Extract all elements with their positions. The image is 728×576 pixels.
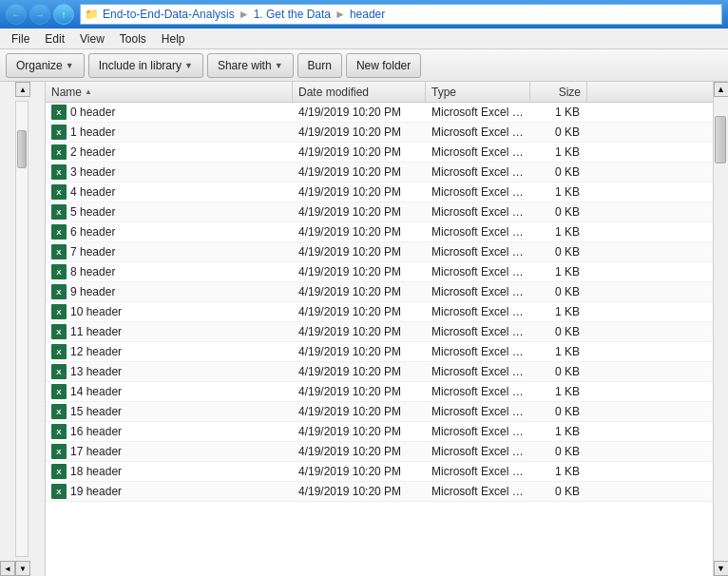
file-type-cell: Microsoft Excel C... — [426, 445, 530, 458]
vscroll-track[interactable] — [714, 97, 728, 561]
file-rows[interactable]: X 0 header 4/19/2019 10:20 PM Microsoft … — [46, 103, 713, 576]
forward-button[interactable]: → — [29, 4, 50, 25]
file-name-cell: X 3 header — [46, 164, 293, 180]
file-name-cell: X 17 header — [46, 444, 293, 459]
file-type-cell: Microsoft Excel C... — [426, 425, 530, 438]
file-name-cell: X 14 header — [46, 384, 293, 399]
file-size-cell: 0 KB — [530, 205, 587, 219]
file-container: ▲ ▼ ◄ Name ▲ Date modified Type Size — [0, 82, 728, 576]
table-row[interactable]: X 13 header 4/19/2019 10:20 PM Microsoft… — [46, 362, 713, 382]
file-date-cell: 4/19/2019 10:20 PM — [293, 165, 426, 179]
table-row[interactable]: X 19 header 4/19/2019 10:20 PM Microsoft… — [46, 482, 713, 502]
file-date-cell: 4/19/2019 10:20 PM — [293, 365, 426, 378]
excel-icon: X — [51, 424, 67, 439]
burn-button[interactable]: Burn — [297, 53, 342, 78]
file-list: Name ▲ Date modified Type Size X 0 heade… — [46, 82, 713, 576]
excel-icon: X — [51, 244, 67, 259]
file-size-cell: 1 KB — [530, 345, 587, 358]
table-row[interactable]: X 4 header 4/19/2019 10:20 PM Microsoft … — [46, 182, 713, 202]
breadcrumb-root[interactable]: End-to-End-Data-Analysis — [103, 8, 235, 21]
excel-icon: X — [51, 125, 67, 140]
scroll-thumb[interactable] — [17, 130, 27, 168]
nav-buttons: ← → ↑ — [6, 4, 74, 25]
file-size-cell: 0 KB — [530, 125, 587, 139]
table-row[interactable]: X 5 header 4/19/2019 10:20 PM Microsoft … — [46, 202, 713, 222]
excel-icon: X — [51, 264, 67, 279]
file-name-cell: X 10 header — [46, 304, 293, 319]
file-date-cell: 4/19/2019 10:20 PM — [293, 265, 426, 278]
file-date-cell: 4/19/2019 10:20 PM — [293, 485, 426, 498]
column-headers: Name ▲ Date modified Type Size — [46, 82, 713, 103]
file-type-cell: Microsoft Excel C... — [426, 405, 530, 418]
table-row[interactable]: X 9 header 4/19/2019 10:20 PM Microsoft … — [46, 282, 713, 302]
menu-help[interactable]: Help — [154, 30, 193, 48]
file-date-cell: 4/19/2019 10:20 PM — [293, 145, 426, 159]
vscroll-up-button[interactable]: ▲ — [714, 82, 729, 97]
organize-button[interactable]: Organize ▼ — [6, 53, 85, 78]
file-name-cell: X 9 header — [46, 284, 293, 299]
toolbar: Organize ▼ Include in library ▼ Share wi… — [0, 49, 728, 82]
file-size-cell: 0 KB — [530, 365, 587, 378]
table-row[interactable]: X 0 header 4/19/2019 10:20 PM Microsoft … — [46, 103, 713, 123]
sort-arrow-name: ▲ — [85, 87, 92, 96]
table-row[interactable]: X 12 header 4/19/2019 10:20 PM Microsoft… — [46, 342, 713, 362]
scroll-track — [15, 101, 29, 557]
table-row[interactable]: X 2 header 4/19/2019 10:20 PM Microsoft … — [46, 143, 713, 163]
menu-edit[interactable]: Edit — [37, 30, 72, 48]
scroll-corner — [15, 561, 30, 576]
menu-tools[interactable]: Tools — [112, 30, 154, 48]
vscroll-down-button[interactable]: ▼ — [714, 561, 729, 576]
menu-view[interactable]: View — [72, 30, 112, 48]
file-type-cell: Microsoft Excel C... — [426, 125, 530, 139]
include-in-library-button[interactable]: Include in library ▼ — [88, 53, 203, 78]
file-name-cell: X 13 header — [46, 364, 293, 379]
file-name-cell: X 12 header — [46, 344, 293, 359]
file-date-cell: 4/19/2019 10:20 PM — [293, 405, 426, 418]
file-type-cell: Microsoft Excel C... — [426, 265, 530, 278]
excel-icon: X — [51, 204, 67, 220]
title-bar: ← → ↑ 📁 End-to-End-Data-Analysis ► 1. Ge… — [0, 0, 728, 29]
file-date-cell: 4/19/2019 10:20 PM — [293, 445, 426, 458]
table-row[interactable]: X 14 header 4/19/2019 10:20 PM Microsoft… — [46, 382, 713, 402]
col-header-name[interactable]: Name ▲ — [46, 82, 293, 102]
file-size-cell: 1 KB — [530, 225, 587, 239]
table-row[interactable]: X 15 header 4/19/2019 10:20 PM Microsoft… — [46, 402, 713, 422]
table-row[interactable]: X 11 header 4/19/2019 10:20 PM Microsoft… — [46, 322, 713, 342]
menu-file[interactable]: File — [4, 30, 37, 48]
col-header-size[interactable]: Size — [530, 82, 587, 102]
excel-icon: X — [51, 324, 67, 339]
table-row[interactable]: X 1 header 4/19/2019 10:20 PM Microsoft … — [46, 123, 713, 143]
table-row[interactable]: X 10 header 4/19/2019 10:20 PM Microsoft… — [46, 302, 713, 322]
file-name-cell: X 15 header — [46, 404, 293, 419]
table-row[interactable]: X 3 header 4/19/2019 10:20 PM Microsoft … — [46, 163, 713, 182]
file-type-cell: Microsoft Excel C... — [426, 285, 530, 298]
file-size-cell: 1 KB — [530, 425, 587, 438]
breadcrumb-current[interactable]: header — [350, 8, 385, 21]
back-button[interactable]: ← — [6, 4, 27, 25]
table-row[interactable]: X 18 header 4/19/2019 10:20 PM Microsoft… — [46, 462, 713, 482]
up-button[interactable]: ↑ — [53, 4, 74, 25]
excel-icon: X — [51, 364, 67, 379]
file-date-cell: 4/19/2019 10:20 PM — [293, 106, 426, 119]
share-with-button[interactable]: Share with ▼ — [207, 53, 294, 78]
file-size-cell: 1 KB — [530, 265, 587, 278]
address-bar[interactable]: 📁 End-to-End-Data-Analysis ► 1. Get the … — [80, 4, 722, 25]
file-date-cell: 4/19/2019 10:20 PM — [293, 185, 426, 199]
table-row[interactable]: X 8 header 4/19/2019 10:20 PM Microsoft … — [46, 262, 713, 282]
new-folder-button[interactable]: New folder — [346, 53, 421, 78]
table-row[interactable]: X 6 header 4/19/2019 10:20 PM Microsoft … — [46, 222, 713, 242]
file-type-cell: Microsoft Excel C... — [426, 205, 530, 219]
table-row[interactable]: X 16 header 4/19/2019 10:20 PM Microsoft… — [46, 422, 713, 442]
excel-icon: X — [51, 384, 67, 399]
col-header-type[interactable]: Type — [426, 82, 530, 102]
h-scroll-left-btn[interactable]: ◄ — [0, 561, 15, 576]
table-row[interactable]: X 17 header 4/19/2019 10:20 PM Microsoft… — [46, 442, 713, 462]
col-header-date[interactable]: Date modified — [293, 82, 426, 102]
file-size-cell: 0 KB — [530, 245, 587, 259]
file-name-cell: X 5 header — [46, 204, 293, 220]
scroll-up-btn[interactable]: ▲ — [15, 82, 30, 97]
breadcrumb-mid[interactable]: 1. Get the Data — [254, 8, 331, 21]
file-type-cell: Microsoft Excel C... — [426, 145, 530, 159]
vscroll-thumb[interactable] — [715, 116, 726, 163]
table-row[interactable]: X 7 header 4/19/2019 10:20 PM Microsoft … — [46, 242, 713, 262]
